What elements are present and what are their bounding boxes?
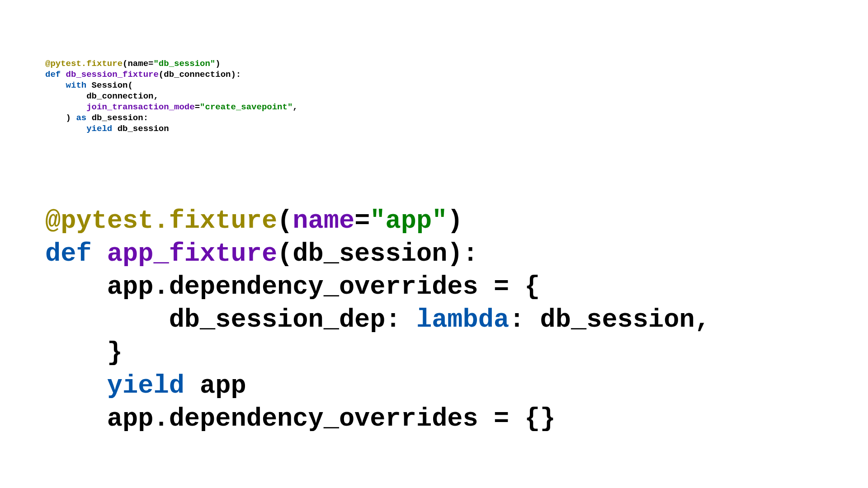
code-text: , xyxy=(292,102,297,112)
code-text: ( xyxy=(277,206,292,235)
code-text: } xyxy=(45,338,123,367)
code-text: = xyxy=(195,102,200,112)
string-text: "app" xyxy=(370,206,447,235)
code-text: Session( xyxy=(86,80,133,90)
string-text: "create_savepoint" xyxy=(200,102,292,112)
code-text: ) xyxy=(45,113,76,123)
code-text: (db_connection): xyxy=(159,70,241,80)
argname-text: name xyxy=(292,206,354,235)
keyword-text: as xyxy=(76,113,86,123)
decorator-text: @pytest.fixture xyxy=(45,206,277,235)
code-text: app.dependency_overrides = { xyxy=(45,272,540,301)
code-text: = xyxy=(354,206,370,235)
keyword-text: yield xyxy=(86,124,112,134)
keyword-text: def xyxy=(45,70,66,80)
argname-text: join_transaction_mode xyxy=(86,102,194,112)
code-text: (name= xyxy=(123,59,153,69)
code-block-small: @pytest.fixture(name="db_session") def d… xyxy=(45,47,298,134)
code-text: : db_session, xyxy=(509,305,710,334)
code-block-large: @pytest.fixture(name="app") def app_fixt… xyxy=(45,172,710,436)
string-text: "db_session" xyxy=(153,59,215,69)
code-text: db_session xyxy=(112,124,169,134)
code-text: ) xyxy=(447,206,462,235)
keyword-text: with xyxy=(66,80,87,90)
decorator-text: @pytest.fixture xyxy=(45,59,123,69)
keyword-text: lambda xyxy=(416,305,509,334)
code-text xyxy=(45,124,86,134)
code-text: (db_session): xyxy=(277,239,478,268)
funcname-text: app_fixture xyxy=(107,239,277,268)
keyword-text: def xyxy=(45,239,107,268)
code-text xyxy=(45,80,66,90)
code-text: db_session: xyxy=(86,113,148,123)
code-text: app xyxy=(184,371,246,400)
code-text: ) xyxy=(215,59,220,69)
code-text: db_session_dep: xyxy=(45,305,416,334)
code-text xyxy=(45,371,107,400)
code-text xyxy=(45,102,86,112)
code-text: app.dependency_overrides = {} xyxy=(45,404,556,433)
funcname-text: db_session_fixture xyxy=(66,70,159,80)
code-text: db_connection, xyxy=(45,91,159,101)
keyword-text: yield xyxy=(107,371,184,400)
